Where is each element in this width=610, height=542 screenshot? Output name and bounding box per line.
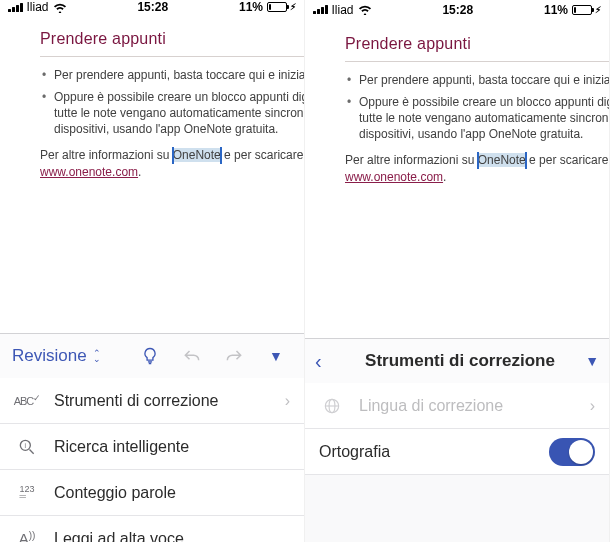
- ribbon-tab-label: Revisione: [12, 346, 87, 366]
- signal-icon: [313, 5, 328, 14]
- status-bar: Iliad 15:28 11% ⚡︎: [305, 0, 609, 19]
- battery-icon: [572, 5, 592, 15]
- onenote-link[interactable]: www.onenote.com: [345, 170, 443, 184]
- svg-text:i: i: [25, 441, 27, 448]
- text-selection[interactable]: OneNote: [173, 147, 221, 163]
- document-area[interactable]: Prendere appunti Per prendere appunti, b…: [305, 19, 609, 338]
- tell-me-button[interactable]: [132, 338, 168, 374]
- undo-icon: [182, 346, 202, 366]
- charging-icon: ⚡︎: [290, 2, 296, 12]
- heading-rule: [40, 56, 304, 57]
- panel-header: ‹ Strumenti di correzione ▼: [305, 339, 609, 383]
- panel-title: Strumenti di correzione: [345, 351, 575, 371]
- menu-item-spelling[interactable]: Ortografia: [305, 429, 609, 475]
- heading-rule: [345, 61, 609, 62]
- carrier-label: Iliad: [332, 3, 354, 17]
- undo-button[interactable]: [174, 338, 210, 374]
- lightbulb-icon: [140, 346, 160, 366]
- menu-item-smart-lookup[interactable]: i Ricerca intelligente: [0, 424, 304, 470]
- clock: 15:28: [442, 3, 473, 17]
- doc-heading: Prendere appunti: [345, 33, 609, 55]
- smart-lookup-icon: i: [14, 437, 40, 457]
- charging-icon: ⚡︎: [595, 5, 601, 15]
- spellcheck-icon: ABC✓: [14, 395, 40, 407]
- language-icon: [319, 396, 345, 416]
- status-bar: Iliad 15:28 11% ⚡︎: [0, 0, 304, 14]
- menu-item-proofing-language[interactable]: Lingua di correzione ›: [305, 383, 609, 429]
- updown-icon: ⌃⌄: [93, 350, 101, 362]
- doc-heading: Prendere appunti: [40, 28, 304, 50]
- document-area[interactable]: Prendere appunti Per prendere appunti, b…: [0, 14, 304, 333]
- caret-down-icon: ▼: [269, 348, 283, 364]
- menu-item-proofing[interactable]: ABC✓ Strumenti di correzione ›: [0, 378, 304, 424]
- ribbon-panel: Revisione ⌃⌄ ▼ ABC✓ Strumenti di correzi…: [0, 333, 304, 542]
- battery-percent: 11%: [544, 3, 568, 17]
- collapse-ribbon-button[interactable]: ▼: [575, 353, 599, 369]
- chevron-right-icon: ›: [285, 392, 290, 410]
- text-selection[interactable]: OneNote: [478, 152, 526, 168]
- wifi-icon: [53, 2, 67, 13]
- redo-button[interactable]: [216, 338, 252, 374]
- menu-item-word-count[interactable]: 123═ Conteggio parole: [0, 470, 304, 516]
- bullet-item: Per prendere appunti, basta toccare qui …: [40, 67, 304, 83]
- collapse-ribbon-button[interactable]: ▼: [258, 338, 294, 374]
- ribbon-tab-switcher[interactable]: Revisione ⌃⌄: [12, 346, 101, 366]
- bullet-item: Oppure è possibile creare un blocco appu…: [40, 89, 304, 138]
- battery-percent: 11%: [239, 0, 263, 14]
- spelling-toggle[interactable]: [549, 438, 595, 466]
- signal-icon: [8, 3, 23, 12]
- read-aloud-icon: A)): [14, 530, 40, 542]
- redo-icon: [224, 346, 244, 366]
- menu-item-read-aloud[interactable]: A)) Leggi ad alta voce: [0, 516, 304, 542]
- back-button[interactable]: ‹: [315, 350, 345, 373]
- bullet-item: Oppure è possibile creare un blocco appu…: [345, 94, 609, 143]
- paragraph: Per altre informazioni su OneNote e per …: [345, 152, 609, 168]
- word-count-icon: 123═: [14, 486, 40, 500]
- proofing-panel: ‹ Strumenti di correzione ▼ Lingua di co…: [305, 338, 609, 542]
- bullet-item: Per prendere appunti, basta toccare qui …: [345, 72, 609, 88]
- ribbon-header: Revisione ⌃⌄ ▼: [0, 334, 304, 378]
- wifi-icon: [358, 4, 372, 15]
- clock: 15:28: [137, 0, 168, 14]
- carrier-label: Iliad: [27, 0, 49, 14]
- paragraph: Per altre informazioni su OneNote e per …: [40, 147, 304, 163]
- chevron-right-icon: ›: [590, 397, 595, 415]
- battery-icon: [267, 2, 287, 12]
- onenote-link[interactable]: www.onenote.com: [40, 165, 138, 179]
